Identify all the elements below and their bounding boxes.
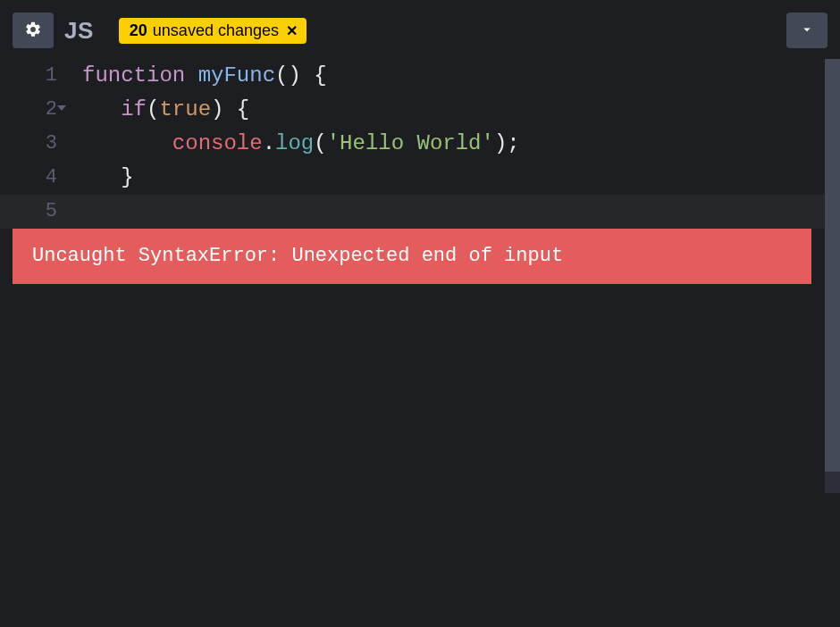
line-number: 4 (0, 161, 64, 195)
editor-toolbar: JS 20 unsaved changes ✕ (0, 5, 840, 59)
code-line[interactable]: 1function myFunc() { (0, 59, 840, 93)
unsaved-label: unsaved changes (153, 21, 279, 40)
token: function (82, 63, 185, 88)
code-line[interactable]: 2 if(true) { (0, 93, 840, 127)
scrollbar-thumb[interactable] (825, 59, 840, 472)
token: . (263, 131, 275, 155)
token: ) (494, 131, 507, 155)
token: myFunc (198, 63, 275, 88)
unsaved-changes-badge[interactable]: 20 unsaved changes ✕ (119, 18, 307, 44)
token: 'Hello World' (327, 131, 494, 155)
token (82, 165, 121, 189)
token: { (314, 63, 326, 88)
line-number: 2 (0, 93, 64, 127)
token (301, 63, 314, 88)
token: true (159, 97, 211, 121)
token: { (237, 97, 249, 121)
error-row: Uncaught SyntaxError: Unexpected end of … (0, 229, 840, 282)
code-line[interactable]: 4 } (0, 161, 840, 195)
token: ) (211, 97, 223, 121)
token: ( (147, 97, 159, 121)
line-number: 1 (0, 59, 64, 93)
code-content[interactable]: function myFunc() { (64, 59, 327, 93)
code-content[interactable]: console.log('Hello World'); (64, 127, 520, 161)
token: log (275, 131, 314, 155)
token (223, 97, 236, 121)
token: () (275, 63, 301, 88)
line-number: 5 (0, 195, 64, 229)
close-icon[interactable]: ✕ (286, 22, 298, 39)
line-number: 3 (0, 127, 64, 161)
settings-button[interactable] (13, 13, 54, 48)
token: } (121, 165, 133, 189)
code-area[interactable]: 1function myFunc() {2 if(true) {3 consol… (0, 59, 840, 627)
token (82, 131, 172, 155)
code-line[interactable]: 3 console.log('Hello World'); (0, 127, 840, 161)
unsaved-count: 20 (130, 21, 147, 40)
error-banner: Uncaught SyntaxError: Unexpected end of … (13, 229, 811, 284)
token: console (172, 131, 263, 155)
panel-menu-button[interactable] (786, 13, 827, 48)
editor-panel: JS 20 unsaved changes ✕ 1function myFunc… (0, 0, 840, 627)
code-content[interactable]: } (64, 161, 134, 195)
token: if (121, 97, 147, 121)
scrollbar[interactable] (825, 59, 840, 493)
chevron-down-icon (799, 21, 815, 40)
fold-icon[interactable] (57, 105, 66, 111)
token (185, 63, 197, 88)
language-label: JS (64, 17, 94, 45)
token: ; (507, 131, 519, 155)
token: ( (314, 131, 326, 155)
editor-body[interactable]: 1function myFunc() {2 if(true) {3 consol… (0, 59, 840, 627)
token (82, 97, 121, 121)
code-line[interactable]: 5 (0, 195, 840, 229)
code-content[interactable]: if(true) { (64, 93, 249, 127)
gear-icon (24, 21, 42, 41)
